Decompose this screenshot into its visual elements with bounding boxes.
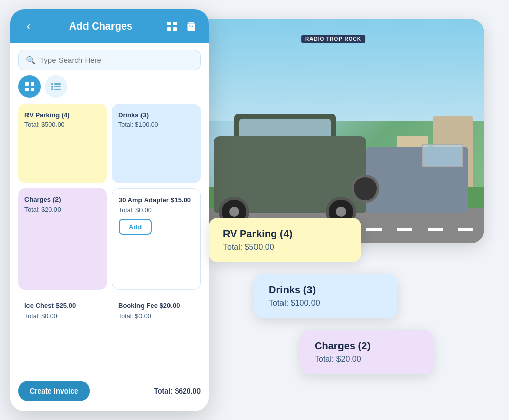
item-name: Charges (2): [24, 195, 101, 204]
search-bar[interactable]: 🔍: [18, 50, 201, 70]
item-total: Total: $0.00: [24, 313, 101, 320]
radio-sign: RADIO TROP ROCK: [301, 35, 365, 43]
search-icon: 🔍: [26, 55, 36, 65]
svg-rect-5: [25, 82, 29, 86]
create-invoice-button[interactable]: Create Invoice: [18, 381, 90, 401]
scene: RADIO TROP ROCK ‹ Add Charges: [10, 9, 499, 411]
back-button[interactable]: ‹: [20, 18, 37, 35]
item-total: Total: $20.00: [24, 206, 101, 213]
page-title: Add Charges: [69, 20, 132, 32]
item-total: Total: $500.00: [24, 121, 101, 128]
svg-rect-3: [173, 27, 177, 31]
item-name: Drinks (3): [118, 111, 194, 120]
svg-point-9: [51, 83, 53, 85]
svg-rect-10: [54, 83, 61, 85]
view-toggles: [18, 75, 201, 98]
svg-rect-7: [25, 88, 29, 91]
popup-total: Total: $100.00: [269, 299, 383, 308]
item-card-amp-adapter[interactable]: 30 Amp Adapter $15.00 Total: $0.00 Add: [112, 188, 201, 290]
item-name: Booking Fee $20.00: [118, 302, 194, 311]
svg-rect-1: [173, 22, 177, 25]
popup-total: Total: $20.00: [315, 355, 418, 364]
cart-icon[interactable]: [184, 19, 199, 34]
svg-rect-12: [54, 86, 61, 87]
item-total: Total: $0.00: [119, 207, 194, 214]
item-card-rv-parking[interactable]: RV Parking (4) Total: $500.00: [18, 104, 107, 183]
popup-rv-parking: RV Parking (4) Total: $500.00: [209, 218, 361, 262]
svg-rect-2: [167, 27, 171, 31]
svg-rect-14: [54, 89, 61, 90]
popup-title: Charges (2): [315, 340, 418, 352]
list-view-button[interactable]: [45, 75, 67, 98]
popup-title: Drinks (3): [269, 284, 383, 296]
item-card-charges[interactable]: Charges (2) Total: $20.00: [18, 188, 107, 290]
svg-point-11: [51, 86, 53, 88]
add-button[interactable]: Add: [119, 219, 152, 235]
app-footer: Create Invoice Total: $620.00: [10, 375, 209, 411]
svg-rect-0: [167, 22, 171, 25]
grid-view-button[interactable]: [18, 75, 41, 98]
svg-rect-8: [31, 88, 34, 91]
item-card-ice-chest[interactable]: Ice Chest $25.00 Total: $0.00: [18, 295, 107, 374]
footer-total: Total: $620.00: [154, 387, 201, 395]
popup-total: Total: $500.00: [223, 243, 347, 252]
photo-background: RADIO TROP ROCK: [183, 19, 484, 243]
grid-icon[interactable]: [165, 19, 179, 34]
item-name: Ice Chest $25.00: [24, 302, 101, 311]
popup-drinks: Drinks (3) Total: $100.00: [254, 274, 397, 318]
popup-charges: Charges (2) Total: $20.00: [300, 330, 433, 374]
svg-point-13: [51, 88, 53, 90]
item-name: 30 Amp Adapter $15.00: [119, 196, 194, 205]
header-icons: [165, 19, 199, 34]
item-total: Total: $100.00: [118, 121, 194, 128]
item-card-booking-fee[interactable]: Booking Fee $20.00 Total: $0.00: [112, 295, 201, 374]
item-total: Total: $0.00: [118, 313, 194, 320]
popup-title: RV Parking (4): [223, 228, 347, 240]
item-card-drinks[interactable]: Drinks (3) Total: $100.00: [112, 104, 201, 183]
photo-card: RADIO TROP ROCK: [183, 19, 484, 243]
search-input[interactable]: [40, 55, 193, 64]
svg-rect-6: [31, 82, 34, 86]
items-grid: RV Parking (4) Total: $500.00 Drinks (3)…: [10, 104, 209, 375]
app-header: ‹ Add Charges: [10, 9, 209, 43]
app-card: ‹ Add Charges: [10, 9, 209, 411]
item-name: RV Parking (4): [24, 111, 101, 120]
